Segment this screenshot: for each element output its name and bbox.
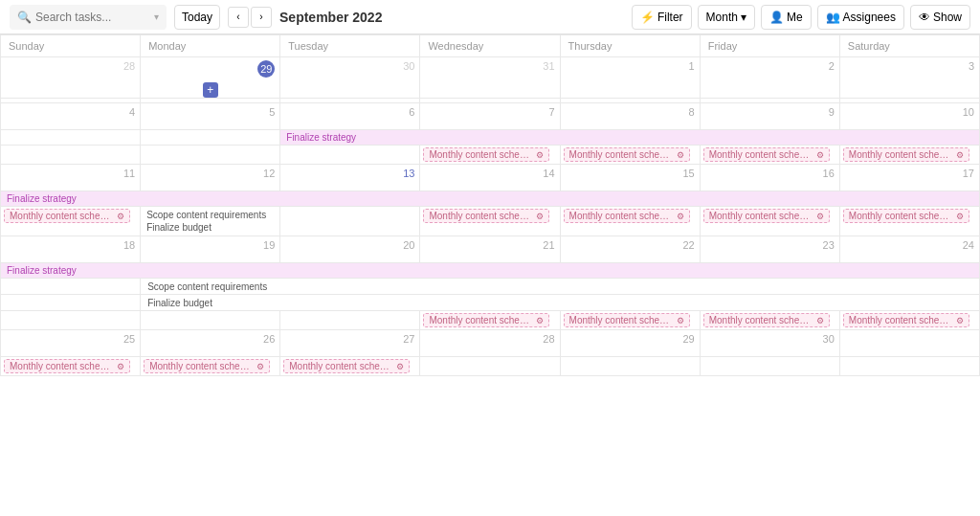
prev-month-button[interactable]: ‹ [228,7,249,28]
today-button[interactable]: Today [174,5,220,30]
eye-icon: 👁 [919,11,930,24]
task-label: Finalize budget [145,297,215,309]
task-chip[interactable]: Monthly content schedule sy⚙ [423,147,549,162]
week-3-finalize-bar: Finalize strategy [1,263,980,279]
filter-icon: ⚡ [640,11,655,24]
settings-icon: ⚙ [677,316,684,325]
week-4-dates: 252627282930 [1,330,980,357]
chevron-down-icon: ▾ [154,11,159,22]
finalize-strategy-bar[interactable]: Finalize strategy [280,130,979,145]
settings-icon: ⚙ [677,150,684,160]
me-button[interactable]: 👤 Me [761,5,812,30]
settings-icon: ⚙ [816,212,824,221]
task-chip[interactable]: Monthly content schedule sy⚙ [4,359,130,373]
month-dropdown-button[interactable]: Month ▾ [698,5,755,30]
people-icon: 👥 [826,11,840,24]
settings-icon: ⚙ [956,316,964,325]
task-chip[interactable]: Monthly content schedule sy⚙ [564,147,690,162]
chevron-down-icon: ▾ [741,11,746,24]
task-label: Scope content requirements [145,280,270,293]
week-3-task-1: Finalize budget [1,295,980,311]
task-chip[interactable]: Monthly content schedule sy⚙ [423,209,549,223]
add-event-button[interactable]: + [203,82,218,98]
finalize-strategy-bar[interactable]: Finalize strategy [1,263,979,278]
day-header-thursday: Thursday [560,35,700,57]
filter-button[interactable]: ⚡ Filter [632,5,692,30]
header-right: ⚡ Filter Month ▾ 👤 Me 👥 Assignees 👁 Show [632,5,970,30]
task-chip[interactable]: Monthly content schedule sy⚙ [703,147,830,162]
settings-icon: ⚙ [536,316,544,325]
day-header-saturday: Saturday [839,35,979,57]
day-header-row: Sunday Monday Tuesday Wednesday Thursday… [1,35,980,57]
week-3-task-0: Scope content requirements [1,279,980,295]
settings-icon: ⚙ [536,212,544,221]
week-1-events: Monthly content schedule sy⚙Monthly cont… [1,146,980,165]
task-chip[interactable]: Monthly content schedule sy⚙ [843,313,969,327]
task-chip[interactable]: Monthly content schedule sy⚙ [843,209,969,223]
week-4-events: Monthly content schedule sy⚙Monthly cont… [1,357,980,376]
day-header-friday: Friday [700,35,839,57]
search-input[interactable] [35,11,150,24]
task-chip[interactable]: Monthly content schedule sy⚙ [423,313,549,327]
day-header-monday: Monday [141,35,280,57]
finalize-strategy-bar[interactable]: Finalize strategy [1,191,979,206]
week-2-finalize-bar: Finalize strategy [1,191,980,207]
task-chip[interactable]: Monthly content schedule sy⚙ [703,209,830,223]
week-3-events: Monthly content schedule sy⚙Monthly cont… [1,311,980,330]
day-header-sunday: Sunday [1,35,141,57]
task-chip[interactable]: Monthly content schedule sy⚙ [564,209,690,223]
calendar-table: Sunday Monday Tuesday Wednesday Thursday… [0,34,980,376]
week-2-events: Monthly content schedule sy⚙Scope conten… [1,207,980,236]
next-month-button[interactable]: › [251,7,272,28]
task-chip[interactable]: Monthly content schedule sy⚙ [4,209,130,223]
task-chip[interactable]: Monthly content schedule sy⚙ [564,313,690,327]
day-header-tuesday: Tuesday [280,35,420,57]
person-icon: 👤 [769,11,784,24]
week-3-dates: 18192021222324 [1,236,980,263]
search-icon: 🔍 [17,11,32,24]
task-text: Finalize budget [144,221,277,234]
settings-icon: ⚙ [536,150,544,160]
week-1-finalize-bar: Finalize strategy [1,130,980,146]
assignees-button[interactable]: 👥 Assignees [817,5,904,30]
week-2-dates: 11121314151617 [1,165,980,191]
task-chip[interactable]: Monthly content schedule sy⚙ [843,147,969,162]
settings-icon: ⚙ [256,362,264,371]
search-box[interactable]: 🔍 ▾ [10,5,167,30]
settings-icon: ⚙ [117,362,124,371]
week-0-dates: 2829+3031123 [1,57,980,99]
calendar-container: Sunday Monday Tuesday Wednesday Thursday… [0,34,980,516]
day-header-wednesday: Wednesday [420,35,560,57]
settings-icon: ⚙ [117,212,124,221]
month-year-title: September 2022 [279,10,382,25]
nav-arrows: ‹ › [228,7,272,28]
toolbar: 🔍 ▾ Today ‹ › September 2022 ⚡ Filter Mo… [0,0,980,34]
task-chip[interactable]: Monthly content schedule sy⚙ [703,313,830,327]
settings-icon: ⚙ [956,150,964,160]
settings-icon: ⚙ [396,362,404,371]
task-chip[interactable]: Monthly content schedule sy⚙ [144,359,270,373]
settings-icon: ⚙ [816,150,824,160]
week-1-dates: 45678910 [1,103,980,130]
task-chip[interactable]: Monthly content schedule sy⚙ [283,359,410,373]
task-text: Scope content requirements [144,209,277,221]
settings-icon: ⚙ [956,212,964,221]
settings-icon: ⚙ [677,212,684,221]
settings-icon: ⚙ [816,316,824,325]
show-button[interactable]: 👁 Show [910,5,970,30]
